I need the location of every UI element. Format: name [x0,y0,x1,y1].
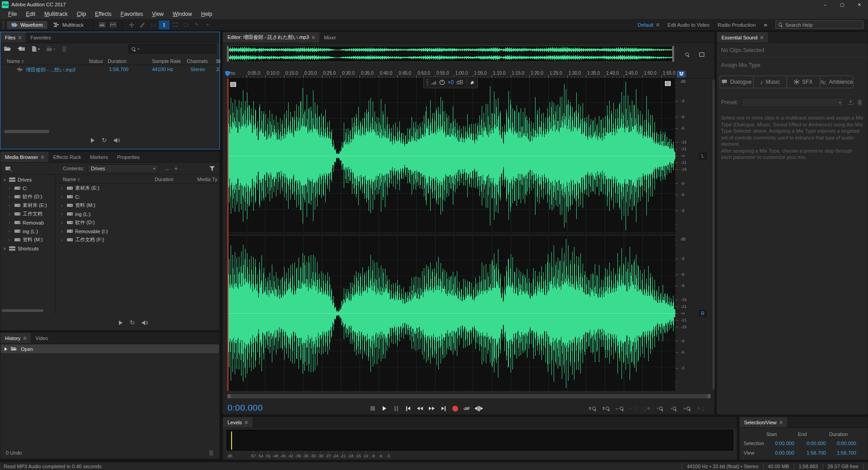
media-preview-loop-icon[interactable]: ↻ [130,319,135,326]
pause-button[interactable] [390,403,402,413]
files-h-scrollbar[interactable] [4,130,49,133]
zoom-full-button[interactable]: ⇕ [695,404,707,413]
record-button[interactable] [449,403,461,413]
selview-panel-menu-icon[interactable]: ≡ [779,419,783,426]
lasso-selection-tool[interactable] [180,20,191,29]
tab-mixer[interactable]: Mixer [319,32,341,43]
media-list-row[interactable]: ›工作文档 (F:) [56,235,219,244]
channel-badge-L[interactable]: L [699,153,707,159]
chevron-right-icon[interactable]: › [9,195,12,199]
tab-markers[interactable]: Markers [85,152,113,162]
levels-panel-menu-icon[interactable]: ≡ [245,419,248,426]
move-tool[interactable] [126,20,137,29]
chevron-right-icon[interactable]: › [61,238,65,242]
mix-type-sfx-button[interactable]: SFX [787,76,821,88]
zoom-reset-button[interactable]: ✻ [640,404,652,413]
hud-pin-icon[interactable] [470,80,474,85]
media-tree-scrollbar[interactable] [2,309,43,312]
editor-panel-menu-icon[interactable]: ≡ [312,34,315,41]
tree-item[interactable]: ›C: [0,184,55,192]
chevron-right-icon[interactable]: › [61,212,65,216]
view-end-value[interactable]: 1:58.700 [795,450,826,456]
tab-properties[interactable]: Properties [113,152,144,162]
chevron-right-icon[interactable]: › [61,229,65,234]
workspace-menu-icon[interactable]: ≡ [656,22,659,28]
fast-forward-button[interactable] [426,403,437,413]
maximize-button[interactable]: ▢ [834,0,851,9]
tree-item[interactable]: ∨Drives [0,175,55,184]
tree-item[interactable]: ›ing (L:) [0,227,55,235]
time-display[interactable]: 0:00.000 [228,403,263,413]
chevron-right-icon[interactable]: › [9,212,12,216]
zoom-out-point-button[interactable]: › [668,404,679,413]
zoom-selection-button[interactable]: ‹› [681,404,693,413]
col-sample-rate[interactable]: Sample Rate [152,58,181,64]
preview-loop-icon[interactable]: ↻ [102,137,107,144]
contents-dropdown[interactable]: Drives ▾ [88,164,158,173]
media-list-row[interactable]: ›软件 (D:) [56,218,219,227]
menu-edit[interactable]: Edit [21,10,40,18]
chevron-right-icon[interactable]: › [61,195,65,199]
rewind-button[interactable] [414,403,426,413]
view-start-value[interactable]: 0:00.000 [764,450,794,456]
files-panel-menu-icon[interactable]: ≡ [18,34,21,41]
hud-knob-icon[interactable] [439,79,445,86]
col-bit[interactable]: Bi [216,58,221,64]
paintbrush-tool[interactable]: ✎ [191,20,202,29]
chevron-down-icon[interactable]: ∨ [3,246,7,251]
auto-play-speaker-icon[interactable] [114,138,121,143]
media-list-row[interactable]: ›C: [56,192,219,201]
skip-to-end-button[interactable] [437,403,449,413]
tab-essential-sound[interactable]: Essential Sound ≡ [717,32,768,43]
tree-item[interactable]: ∨Shortcuts [0,244,55,253]
selection-start-value[interactable]: 0:00.000 [764,441,794,446]
tree-item[interactable]: ›资料 (M:) [0,235,55,244]
snap-magnet-button[interactable] [676,70,686,78]
channel-badge-R[interactable]: R [699,310,707,317]
chevron-down-icon[interactable]: ∨ [3,177,7,182]
chevron-right-icon[interactable]: › [9,186,12,191]
marquee-selection-tool[interactable] [170,20,180,29]
zoom-in-point-button[interactable]: ‹ [654,404,666,413]
chevron-right-icon[interactable]: › [9,221,12,225]
help-search-box[interactable]: Search Help [775,20,863,29]
media-auto-play-speaker-icon[interactable] [142,320,149,326]
menu-favorites[interactable]: Favorites [116,10,147,18]
history-trash-icon[interactable] [209,450,214,456]
media-list-row[interactable]: ›ing (L:) [56,210,219,218]
history-row-open[interactable]: Open [1,345,219,353]
hud-grip[interactable] [427,79,428,86]
trash-button[interactable] [62,46,67,52]
media-col-media-type[interactable]: Media Ty [197,177,217,182]
play-button[interactable] [379,403,390,413]
tab-favorites[interactable]: Favorites [26,32,55,43]
col-channels[interactable]: Channels [187,58,208,64]
h-scroll-thumb[interactable] [227,394,711,398]
col-status[interactable]: Status [89,58,103,64]
media-list-row[interactable]: ›Removable (I:) [56,227,219,235]
strip-zoom-out-icon[interactable] [682,50,693,58]
menu-effects[interactable]: Effects [90,10,116,18]
new-file-button[interactable]: ▾ [32,46,40,52]
media-col-duration[interactable]: Duration [155,177,174,182]
skip-to-start-button[interactable] [402,403,414,413]
selection-end-value[interactable]: 0:00.000 [795,441,826,446]
filter-funnel-icon[interactable] [209,166,215,171]
editor-v-scrollbar[interactable] [712,78,715,391]
col-duration[interactable]: Duration [108,58,127,64]
menu-view[interactable]: View [147,10,168,18]
selection-duration-value[interactable]: 0:00.000 [825,441,856,446]
mix-type-music-button[interactable]: ♪ Music [754,76,787,88]
menu-help[interactable]: Help [196,10,217,18]
channel-left-options-icon[interactable] [230,82,236,87]
loop-playback-button[interactable] [461,403,473,413]
menu-clip[interactable]: Clip [72,10,90,18]
show-waveform-button[interactable] [97,20,108,29]
h-scroll-right-grip[interactable] [707,394,711,398]
menu-multitrack[interactable]: Multitrack [40,10,72,18]
preset-trash-icon[interactable] [857,100,863,106]
tab-editor[interactable]: Editor: 増田俊郎 - 託された想い.mp3 ≡ [223,32,319,43]
strip-range-icon[interactable] [696,50,707,58]
tab-video[interactable]: Video [31,333,52,343]
time-selection-tool[interactable]: I [159,20,170,29]
